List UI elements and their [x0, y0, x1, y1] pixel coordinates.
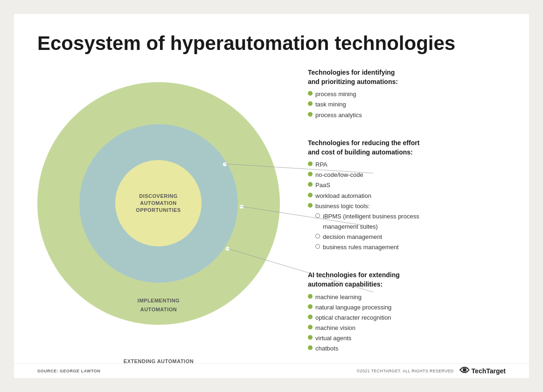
footer: SOURCE: GEORGE LAWTON ©2021 TECHTARGET. … — [14, 363, 529, 378]
bullet-dot — [308, 345, 313, 350]
list-item: PaaS — [308, 180, 506, 190]
bullet-dot — [308, 161, 313, 166]
section-identifying-list: process mining task mining process analy… — [308, 89, 506, 120]
footer-source: SOURCE: GEORGE LAWTON — [37, 369, 100, 373]
footer-copyright: ©2021 TECHTARGET. ALL RIGHTS RESERVED — [357, 369, 454, 373]
text-area: Technologies for identifyingand prioriti… — [280, 68, 506, 357]
sub-list-item: business rules management — [315, 242, 506, 252]
bullet-dot — [308, 304, 313, 309]
list-item: workload automation — [308, 191, 506, 201]
sub-list-item: iBPMS (intelligent business processmanag… — [315, 211, 506, 232]
list-item: machine vision — [308, 323, 506, 333]
bullet-circle — [315, 244, 320, 249]
bullet-dot — [308, 325, 313, 329]
section-ai: AI technologies for extendingautomation … — [308, 271, 506, 354]
list-item: no-code/low-code — [308, 170, 506, 180]
section-ai-list: machine learning natural language proces… — [308, 292, 506, 354]
bullet-dot — [308, 112, 313, 117]
list-item: virtual agents — [308, 333, 506, 343]
list-item: process analytics — [308, 110, 506, 120]
section-identifying-title: Technologies for identifyingand prioriti… — [308, 68, 506, 86]
section-reduce-title: Technologies for reducing the effortand … — [308, 139, 506, 157]
eye-icon: 👁 — [459, 365, 470, 377]
bullet-dot — [308, 294, 313, 299]
content-area: DISCOVERING AUTOMATION OPPORTUNITIES IMP… — [37, 68, 506, 357]
middle-circle-label: IMPLEMENTING AUTOMATION — [79, 296, 238, 313]
sub-list: iBPMS (intelligent business processmanag… — [315, 211, 506, 252]
section-identifying: Technologies for identifyingand prioriti… — [308, 68, 506, 120]
bullet-dot — [308, 91, 313, 96]
list-item: business logic tools: — [308, 201, 506, 211]
section-reduce-list: RPA no-code/low-code PaaS workload autom… — [308, 160, 506, 252]
list-item: natural language processing — [308, 302, 506, 313]
brand-name: TechTarget — [472, 367, 506, 375]
bullet-dot — [308, 193, 313, 197]
section-ai-title: AI technologies for extendingautomation … — [308, 271, 506, 289]
list-item: machine learning — [308, 292, 506, 302]
bullet-circle — [315, 234, 320, 238]
list-item: process mining — [308, 89, 506, 99]
list-item: optical character recognition — [308, 313, 506, 323]
bullet-dot — [308, 315, 313, 319]
bullet-dot — [308, 172, 313, 176]
bullet-dot — [308, 335, 313, 340]
section-reduce: Technologies for reducing the effortand … — [308, 139, 506, 252]
list-item: chatbots — [308, 343, 506, 354]
footer-right: ©2021 TECHTARGET. ALL RIGHTS RESERVED 👁 … — [357, 365, 506, 377]
bullet-circle — [315, 213, 320, 218]
page-title: Ecosystem of hyperautomation technologie… — [37, 33, 506, 54]
bullet-dot — [308, 182, 313, 187]
sub-list-item: decision management — [315, 232, 506, 242]
bullet-dot — [308, 101, 313, 106]
inner-circle: DISCOVERING AUTOMATION OPPORTUNITIES — [115, 160, 202, 246]
list-item: RPA — [308, 160, 506, 170]
list-item: task mining — [308, 99, 506, 110]
bullet-dot — [308, 203, 313, 208]
techtarget-logo: 👁 TechTarget — [459, 365, 506, 377]
inner-circle-label: DISCOVERING AUTOMATION OPPORTUNITIES — [136, 193, 181, 214]
main-container: Ecosystem of hyperautomation technologie… — [14, 14, 529, 378]
circles-area: DISCOVERING AUTOMATION OPPORTUNITIES IMP… — [37, 68, 280, 339]
